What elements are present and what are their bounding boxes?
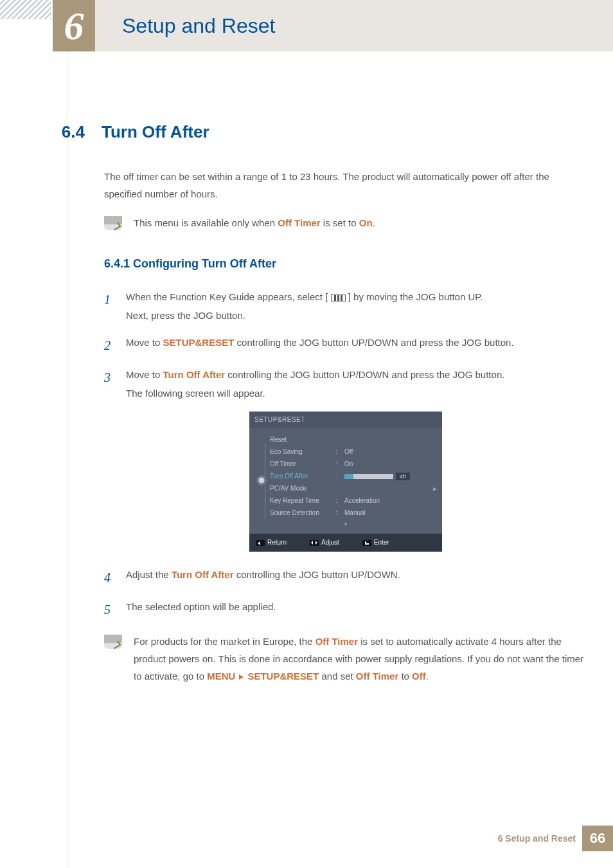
footer-chapter: 6 Setup and Reset xyxy=(498,833,576,844)
subsection-title: 6.4.1 Configuring Turn Off After xyxy=(104,253,587,274)
step-2: 2 Move to SETUP&RESET controlling the JO… xyxy=(104,334,587,357)
menu-icon xyxy=(331,294,346,302)
enter-icon xyxy=(362,540,371,546)
note-europe-text: For products for the market in Europe, t… xyxy=(134,633,587,685)
note-icon xyxy=(104,635,122,649)
osd-adjust: Adjust xyxy=(310,537,339,548)
section-title: Turn Off After xyxy=(102,122,209,142)
adjust-icon xyxy=(310,540,319,546)
chevron-right-icon: ▶ xyxy=(433,485,437,494)
step-4: 4 Adjust the Turn Off After controlling … xyxy=(104,566,587,589)
steps-list: 1 When the Function Key Guide appears, s… xyxy=(104,288,587,402)
osd-row-keyrepeat: Key Repeat Time:Acceleration xyxy=(257,494,434,507)
osd-row-turnoffafter: Turn Off After:4h xyxy=(257,470,434,482)
page-footer: 6 Setup and Reset 66 xyxy=(498,826,613,851)
arrow-right-icon xyxy=(239,674,244,680)
osd-row-reset: Reset xyxy=(257,433,434,446)
note-availability: This menu is available only when Off Tim… xyxy=(104,214,587,231)
note-text: This menu is available only when Off Tim… xyxy=(134,214,587,231)
step-3: 3 Move to Turn Off After controlling the… xyxy=(104,366,587,402)
section-body: The off timer can be set within a range … xyxy=(104,168,587,685)
osd-footer: Return Adjust Enter xyxy=(249,534,442,552)
steps-list-2: 4 Adjust the Turn Off After controlling … xyxy=(104,566,587,621)
section-heading: 6.4 Turn Off After xyxy=(53,122,587,142)
step-5: 5 The selected option will be applied. xyxy=(104,598,587,621)
osd-row-source: Source Detection:Manual xyxy=(257,507,434,519)
osd-slider xyxy=(344,474,393,479)
section-number: 6.4 xyxy=(53,122,85,142)
osd-screenshot: SETUP&RESET Reset Eco Saving:Off Off Tim… xyxy=(249,411,442,551)
note-europe: For products for the market in Europe, t… xyxy=(104,633,587,685)
chapter-number-box: 6 xyxy=(53,0,95,51)
osd-body: Reset Eco Saving:Off Off Timer:On Turn O… xyxy=(249,428,442,533)
page-content: 6.4 Turn Off After The off timer can be … xyxy=(53,122,587,696)
chapter-title: Setup and Reset xyxy=(122,14,275,38)
note-icon xyxy=(104,216,122,230)
osd-enter: Enter xyxy=(362,537,389,548)
footer-page: 66 xyxy=(582,826,613,851)
osd-row-eco: Eco Saving:Off xyxy=(257,446,434,458)
osd-return: Return xyxy=(256,537,287,548)
chapter-number: 6 xyxy=(64,4,84,48)
osd-row-pcav: PC/AV Mode▶ xyxy=(257,482,434,494)
osd-row-offtimer: Off Timer:On xyxy=(257,458,434,470)
chevron-down-icon: ▼ xyxy=(257,519,434,533)
header-stripes xyxy=(0,0,51,19)
return-icon xyxy=(256,540,265,546)
step-1: 1 When the Function Key Guide appears, s… xyxy=(104,288,587,325)
osd-header: SETUP&RESET xyxy=(249,411,442,428)
intro-text: The off timer can be set within a range … xyxy=(104,168,587,203)
